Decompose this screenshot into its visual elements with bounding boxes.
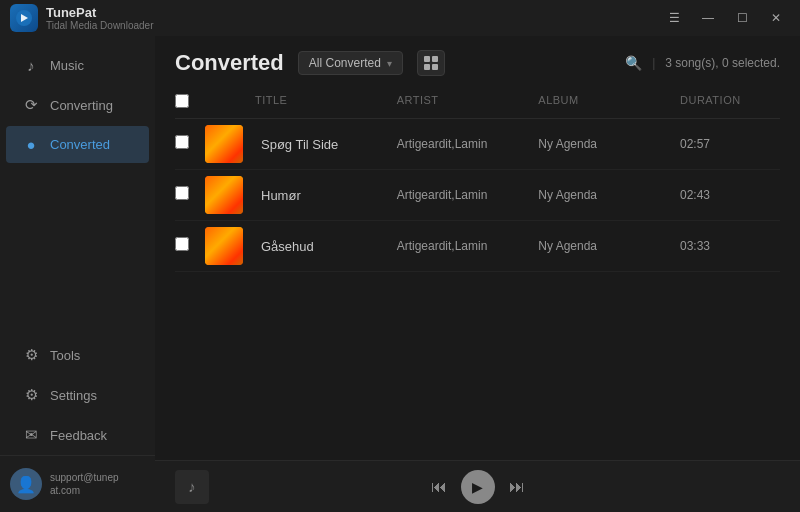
next-button[interactable]: ⏭ xyxy=(509,478,525,496)
row-checkbox-2[interactable] xyxy=(175,186,189,200)
row-checkbox-3[interactable] xyxy=(175,237,189,251)
chevron-down-icon: ▾ xyxy=(387,58,392,69)
sidebar-item-converting[interactable]: ⟳ Converting xyxy=(6,86,149,124)
table-header: TITLE ARTIST ALBUM DURATION xyxy=(175,86,780,119)
page-title: Converted xyxy=(175,50,284,76)
col-duration: DURATION xyxy=(680,94,780,110)
col-album: ALBUM xyxy=(538,94,680,110)
svg-rect-3 xyxy=(424,64,430,70)
content-area: Converted All Converted ▾ 🔍 | 3 xyxy=(155,36,800,512)
row-checkbox-1[interactable] xyxy=(175,135,189,149)
track-artist-3: Artigeardit,Lamin xyxy=(397,239,539,253)
app-name: TunePat xyxy=(46,5,153,20)
settings-icon: ⚙ xyxy=(22,386,40,404)
app-subtitle: Tidal Media Downloader xyxy=(46,20,153,31)
header-right: 🔍 | 3 song(s), 0 selected. xyxy=(625,55,780,71)
main-layout: ♪ Music ⟳ Converting ● Converted ⚙ Tools… xyxy=(0,36,800,512)
track-thumbnail-1 xyxy=(205,125,243,163)
avatar: 👤 xyxy=(10,468,42,500)
player-controls: ⏮ ▶ ⏭ xyxy=(431,470,525,504)
close-button[interactable]: ✕ xyxy=(762,8,790,28)
track-duration-3: 03:33 xyxy=(680,239,780,253)
sidebar-label-converting: Converting xyxy=(50,98,113,113)
sidebar-label-music: Music xyxy=(50,58,84,73)
track-table: TITLE ARTIST ALBUM DURATION Spøg Til Sid… xyxy=(155,76,800,460)
track-thumbnail-2 xyxy=(205,176,243,214)
svg-rect-1 xyxy=(424,56,430,62)
track-duration-2: 02:43 xyxy=(680,188,780,202)
sidebar-item-feedback[interactable]: ✉ Feedback xyxy=(6,416,149,454)
music-note-icon: ♪ xyxy=(188,478,196,495)
music-library-button[interactable]: ♪ xyxy=(175,470,209,504)
track-title-2: Humør xyxy=(255,188,397,203)
maximize-button[interactable]: ☐ xyxy=(728,8,756,28)
track-album-1: Ny Agenda xyxy=(538,137,680,151)
sidebar-label-converted: Converted xyxy=(50,137,110,152)
svg-rect-4 xyxy=(432,64,438,70)
col-artist: ARTIST xyxy=(397,94,539,110)
content-header: Converted All Converted ▾ 🔍 | 3 xyxy=(155,36,800,76)
app-logo xyxy=(10,4,38,32)
header-left: Converted All Converted ▾ xyxy=(175,50,445,76)
sidebar-item-converted[interactable]: ● Converted xyxy=(6,126,149,163)
view-toggle-button[interactable] xyxy=(417,50,445,76)
select-all-checkbox[interactable] xyxy=(175,94,189,108)
track-artist-2: Artigeardit,Lamin xyxy=(397,188,539,202)
filter-label: All Converted xyxy=(309,56,381,70)
feedback-icon: ✉ xyxy=(22,426,40,444)
table-row[interactable]: Gåsehud Artigeardit,Lamin Ny Agenda 03:3… xyxy=(175,221,780,272)
play-button[interactable]: ▶ xyxy=(461,470,495,504)
app-branding: TunePat Tidal Media Downloader xyxy=(10,4,153,32)
titlebar: TunePat Tidal Media Downloader ☰ — ☐ ✕ xyxy=(0,0,800,36)
col-title: TITLE xyxy=(255,94,397,110)
tools-icon: ⚙ xyxy=(22,346,40,364)
track-title-3: Gåsehud xyxy=(255,239,397,254)
svg-rect-2 xyxy=(432,56,438,62)
table-row[interactable]: Humør Artigeardit,Lamin Ny Agenda 02:43 xyxy=(175,170,780,221)
sidebar: ♪ Music ⟳ Converting ● Converted ⚙ Tools… xyxy=(0,36,155,512)
minimize-button[interactable]: — xyxy=(694,8,722,28)
play-icon: ▶ xyxy=(472,479,483,495)
converted-icon: ● xyxy=(22,136,40,153)
track-artist-1: Artigeardit,Lamin xyxy=(397,137,539,151)
player-bar: ♪ ⏮ ▶ ⏭ xyxy=(155,460,800,512)
track-album-2: Ny Agenda xyxy=(538,188,680,202)
search-icon[interactable]: 🔍 xyxy=(625,55,642,71)
converting-icon: ⟳ xyxy=(22,96,40,114)
user-email: support@tunep at.com xyxy=(50,471,119,497)
sidebar-item-settings[interactable]: ⚙ Settings xyxy=(6,376,149,414)
track-title-1: Spøg Til Side xyxy=(255,137,397,152)
music-icon: ♪ xyxy=(22,57,40,74)
sidebar-item-music[interactable]: ♪ Music xyxy=(6,47,149,84)
prev-button[interactable]: ⏮ xyxy=(431,478,447,496)
table-row[interactable]: Spøg Til Side Artigeardit,Lamin Ny Agend… xyxy=(175,119,780,170)
sidebar-label-feedback: Feedback xyxy=(50,428,107,443)
track-album-3: Ny Agenda xyxy=(538,239,680,253)
menu-button[interactable]: ☰ xyxy=(660,8,688,28)
sidebar-item-tools[interactable]: ⚙ Tools xyxy=(6,336,149,374)
filter-dropdown[interactable]: All Converted ▾ xyxy=(298,51,403,75)
sidebar-label-settings: Settings xyxy=(50,388,97,403)
user-profile[interactable]: 👤 support@tunep at.com xyxy=(0,455,155,512)
track-thumbnail-3 xyxy=(205,227,243,265)
status-text: 3 song(s), 0 selected. xyxy=(665,56,780,70)
sidebar-label-tools: Tools xyxy=(50,348,80,363)
track-duration-1: 02:57 xyxy=(680,137,780,151)
window-controls: ☰ — ☐ ✕ xyxy=(660,8,790,28)
